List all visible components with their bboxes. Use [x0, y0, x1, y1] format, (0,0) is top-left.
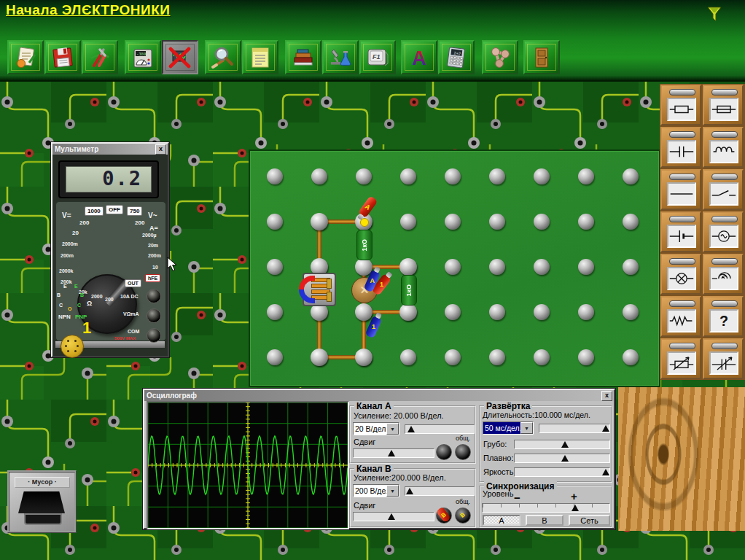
multimeter-jack-com[interactable] [147, 328, 161, 343]
channel-a-gain-slider[interactable] [405, 424, 475, 434]
range-chip-off[interactable]: OFF [106, 205, 123, 214]
filter-funnel-icon[interactable] [707, 7, 722, 23]
palette-item-wire[interactable] [660, 169, 701, 210]
palette-item-electromagnet[interactable] [703, 254, 744, 295]
sync-source-a-button[interactable]: А [483, 515, 520, 526]
fine-slider[interactable] [514, 454, 610, 463]
close-icon[interactable]: x [601, 391, 612, 401]
multimeter-lcd-screen: 0.2 [66, 166, 152, 192]
trash-bin[interactable]: Мусор [7, 470, 77, 533]
multimeter-button[interactable]: -380 [125, 40, 161, 74]
close-icon[interactable]: x [155, 144, 166, 155]
magnet-south-icon [299, 289, 315, 303]
notes-button[interactable] [242, 40, 278, 74]
palette-item-inductor[interactable] [703, 127, 744, 168]
transistor-socket[interactable] [61, 335, 84, 358]
oscilloscope-window: Осциллограф x Канал А Усиление: 20.000 В… [143, 389, 615, 529]
drawer-handle [669, 89, 695, 96]
channel-b-shift-slider[interactable] [353, 512, 434, 521]
multimeter-jack-10a[interactable] [147, 289, 161, 303]
exit-button[interactable] [523, 40, 560, 74]
breadboard-pad [267, 168, 283, 184]
resistor-1k[interactable]: 1кО [356, 230, 372, 260]
multimeter-titlebar[interactable]: Мультиметр x [52, 144, 168, 155]
drawer-handle [669, 258, 695, 265]
circuit-node[interactable] [355, 349, 372, 366]
palette-item-ac-source[interactable] [703, 211, 744, 252]
sweep-slider[interactable] [539, 424, 610, 433]
sweep-range-combo[interactable]: 50 мс/дел. ▼ [483, 421, 534, 435]
slider-thumb[interactable] [602, 469, 609, 475]
palette-item-capacitor[interactable] [660, 127, 701, 168]
palette-item-thermistor[interactable] [660, 296, 701, 337]
slider-thumb[interactable] [388, 513, 395, 520]
shift-label: Сдвиг [354, 501, 375, 510]
dial-label: 20m [148, 243, 158, 248]
chevron-down-icon[interactable]: ▼ [520, 422, 533, 434]
drawer-handle [711, 343, 738, 349]
slider-thumb[interactable] [406, 488, 413, 494]
slider-thumb[interactable] [388, 450, 395, 456]
oscilloscope-titlebar[interactable]: Осциллограф x [144, 390, 614, 401]
microscope-flask-icon [327, 44, 354, 71]
channel-a-signal-jack[interactable] [436, 444, 452, 460]
palette-item-switch[interactable] [703, 169, 744, 210]
tools-button[interactable] [82, 40, 118, 74]
sync-group: Синхронизация Уровень − + А В Сеть [479, 486, 612, 528]
handbook-button[interactable] [285, 40, 321, 74]
chevron-down-icon[interactable]: ▼ [386, 423, 399, 435]
chevron-down-icon[interactable]: ▼ [386, 485, 399, 497]
hfe-chip[interactable]: hFE [145, 274, 160, 282]
breadboard-pad [623, 304, 639, 320]
f1-key-icon: F1 [364, 44, 391, 71]
palette-item-resistor[interactable] [660, 85, 701, 125]
channel-b-signal-jack[interactable]: B [436, 508, 452, 524]
slider-thumb[interactable] [602, 425, 609, 432]
channel-a-shift-slider[interactable] [353, 448, 434, 458]
red-probe-icon[interactable]: B [436, 507, 451, 524]
sync-level-slider[interactable] [482, 503, 610, 513]
palette-item-lamp[interactable] [660, 254, 701, 295]
channel-a-range-combo[interactable]: 20 В/дел. ▼ [353, 422, 399, 435]
palette-item-variable-capacitor[interactable] [703, 338, 744, 379]
palette-item-fuse[interactable] [703, 85, 744, 125]
coarse-slider[interactable] [514, 440, 610, 449]
slider-thumb[interactable] [407, 426, 415, 432]
blue-probe-icon[interactable]: B [455, 507, 470, 524]
circuit-node[interactable] [311, 213, 328, 230]
help-f1-button[interactable]: F1 [359, 40, 396, 74]
channel-a-common-jack[interactable] [455, 444, 471, 460]
channel-b-common-jack[interactable]: B [455, 508, 471, 524]
brightness-slider[interactable] [514, 467, 610, 477]
palette-item-unknown[interactable]: ? [703, 296, 744, 337]
calculator-button[interactable]: 2+2 [438, 40, 475, 74]
breadboard[interactable]: 1кО 1кО ✕ А 1 А 1 [249, 149, 660, 387]
multimeter-jack-vohm[interactable] [147, 308, 161, 323]
sync-source-net-button[interactable]: Сеть [569, 515, 610, 526]
palette-item-battery[interactable] [660, 211, 701, 252]
range-chip[interactable]: 750 [127, 206, 142, 216]
molecule-button[interactable] [482, 40, 518, 74]
electromagnet-bell-component[interactable] [303, 273, 336, 306]
zoom-button[interactable] [205, 40, 241, 74]
resistor-1k[interactable]: 1кО [401, 275, 417, 306]
slider-thumb[interactable] [561, 441, 569, 448]
slider-thumb[interactable] [572, 505, 579, 511]
palette-item-rheostat[interactable] [660, 338, 701, 379]
circuit-node[interactable] [311, 349, 328, 366]
circuit-node[interactable] [355, 303, 372, 321]
socket-letter: B [80, 292, 84, 298]
range-chip[interactable]: 1000 [85, 206, 104, 216]
font-button[interactable]: A [401, 40, 437, 74]
lab-button[interactable] [322, 40, 359, 74]
new-circuit-button[interactable] [7, 40, 44, 74]
channel-b-gain-slider[interactable] [405, 486, 475, 496]
circuit-node[interactable] [399, 303, 417, 321]
oscilloscope-button[interactable] [162, 40, 198, 74]
sync-source-b-button[interactable]: В [526, 515, 563, 526]
save-button[interactable] [44, 40, 81, 74]
circuit-node[interactable] [399, 258, 417, 276]
slider-thumb[interactable] [561, 455, 569, 462]
calculator-icon: 2+2 [443, 44, 469, 71]
channel-b-range-combo[interactable]: 200 В/дел ▼ [353, 484, 399, 497]
